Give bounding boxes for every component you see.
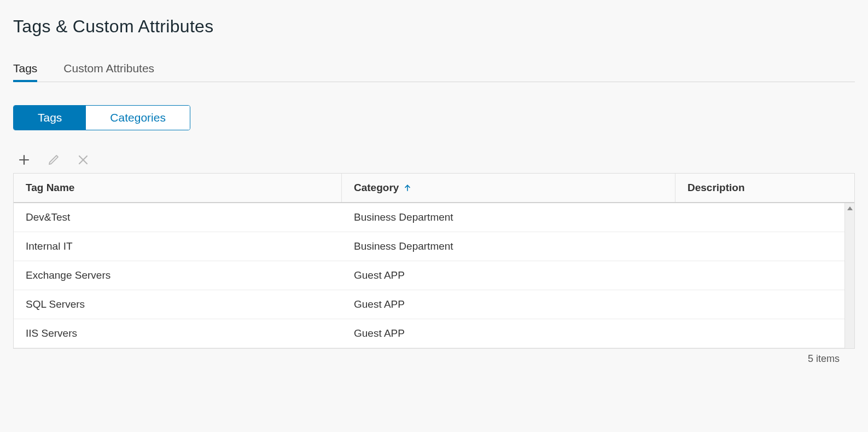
cell-category: Guest APP [342, 261, 675, 290]
table-body: Dev&Test Business Department Internal IT… [14, 203, 854, 348]
table-row[interactable]: Dev&Test Business Department [14, 203, 854, 232]
segment-tags[interactable]: Tags [14, 106, 86, 130]
scrollbar[interactable] [844, 203, 854, 348]
tab-tags[interactable]: Tags [13, 59, 37, 82]
cell-description [675, 267, 854, 284]
column-header-category[interactable]: Category [342, 174, 675, 202]
cell-description [675, 325, 854, 342]
table-header: Tag Name Category Description [14, 174, 854, 203]
cell-tag-name: Exchange Servers [14, 261, 342, 290]
segment-categories[interactable]: Categories [86, 106, 190, 130]
cell-category: Business Department [342, 232, 675, 261]
cell-category: Business Department [342, 203, 675, 232]
column-header-tag-name[interactable]: Tag Name [14, 174, 342, 202]
table-row[interactable]: SQL Servers Guest APP [14, 290, 854, 319]
delete-button[interactable] [75, 152, 91, 168]
segmented-control: Tags Categories [13, 105, 190, 130]
main-tabs: Tags Custom Attributes [13, 59, 855, 82]
edit-button[interactable] [46, 152, 61, 168]
plus-icon [18, 153, 31, 166]
add-button[interactable] [16, 152, 32, 168]
x-icon [77, 153, 90, 166]
toolbar [13, 152, 855, 168]
tags-table: Tag Name Category Description Dev&Test B… [13, 173, 855, 349]
column-label: Category [354, 182, 399, 194]
table-row[interactable]: IIS Servers Guest APP [14, 319, 854, 348]
table-footer: 5 items [13, 349, 855, 365]
pencil-icon [47, 153, 60, 166]
cell-category: Guest APP [342, 319, 675, 348]
cell-description [675, 238, 854, 255]
cell-tag-name: Internal IT [14, 232, 342, 261]
tab-custom-attributes[interactable]: Custom Attributes [63, 59, 154, 82]
column-label: Tag Name [26, 182, 74, 194]
page-title: Tags & Custom Attributes [13, 16, 855, 37]
column-header-description[interactable]: Description [675, 174, 854, 202]
cell-description [675, 296, 854, 313]
cell-tag-name: Dev&Test [14, 203, 342, 232]
cell-description [675, 209, 854, 226]
table-row[interactable]: Internal IT Business Department [14, 232, 854, 261]
scroll-up-icon [847, 206, 853, 210]
sort-asc-icon [403, 183, 412, 192]
item-count: 5 items [808, 353, 840, 365]
table-row[interactable]: Exchange Servers Guest APP [14, 261, 854, 290]
cell-category: Guest APP [342, 290, 675, 319]
cell-tag-name: IIS Servers [14, 319, 342, 348]
column-label: Description [688, 182, 745, 194]
cell-tag-name: SQL Servers [14, 290, 342, 319]
